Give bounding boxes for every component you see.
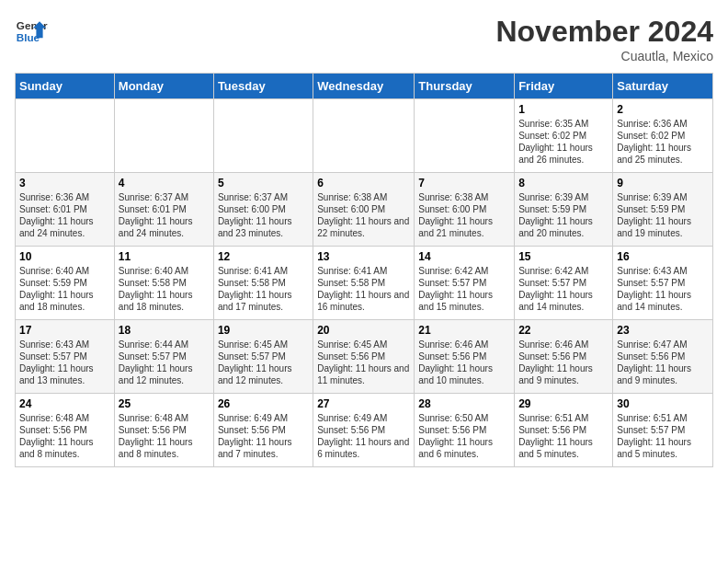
- calendar-subtitle: Cuautla, Mexico: [495, 49, 713, 63]
- weekday-header-row: Sunday Monday Tuesday Wednesday Thursday…: [16, 74, 713, 99]
- day-number: 22: [518, 324, 609, 337]
- table-cell: [16, 99, 115, 173]
- day-info: Sunrise: 6:39 AM Sunset: 5:59 PM Dayligh…: [518, 191, 609, 239]
- day-number: 8: [518, 177, 609, 190]
- day-number: 18: [119, 324, 210, 337]
- day-number: 7: [418, 177, 510, 190]
- table-cell: 13Sunrise: 6:41 AM Sunset: 5:58 PM Dayli…: [313, 247, 415, 320]
- table-cell: 9Sunrise: 6:39 AM Sunset: 5:59 PM Daylig…: [613, 173, 713, 247]
- week-row-2: 3Sunrise: 6:36 AM Sunset: 6:01 PM Daylig…: [16, 173, 713, 247]
- day-number: 11: [119, 250, 210, 263]
- day-number: 27: [317, 397, 410, 410]
- table-cell: 24Sunrise: 6:48 AM Sunset: 5:56 PM Dayli…: [16, 394, 115, 467]
- day-number: 15: [518, 250, 609, 263]
- day-info: Sunrise: 6:50 AM Sunset: 5:56 PM Dayligh…: [418, 412, 510, 460]
- day-number: 5: [218, 177, 309, 190]
- table-cell: 19Sunrise: 6:45 AM Sunset: 5:57 PM Dayli…: [213, 320, 313, 394]
- day-number: 17: [19, 324, 110, 337]
- table-cell: 10Sunrise: 6:40 AM Sunset: 5:59 PM Dayli…: [16, 247, 115, 320]
- calendar-title: November 2024: [495, 15, 713, 49]
- week-row-5: 24Sunrise: 6:48 AM Sunset: 5:56 PM Dayli…: [16, 394, 713, 467]
- day-info: Sunrise: 6:46 AM Sunset: 5:56 PM Dayligh…: [518, 339, 609, 386]
- day-info: Sunrise: 6:38 AM Sunset: 6:00 PM Dayligh…: [418, 191, 510, 239]
- table-cell: 17Sunrise: 6:43 AM Sunset: 5:57 PM Dayli…: [16, 320, 115, 394]
- page-header: General Blue November 2024 Cuautla, Mexi…: [15, 15, 713, 63]
- day-info: Sunrise: 6:45 AM Sunset: 5:56 PM Dayligh…: [317, 339, 410, 386]
- day-number: 3: [19, 177, 110, 190]
- table-cell: 6Sunrise: 6:38 AM Sunset: 6:00 PM Daylig…: [313, 173, 415, 247]
- day-info: Sunrise: 6:39 AM Sunset: 5:59 PM Dayligh…: [617, 191, 709, 239]
- day-info: Sunrise: 6:48 AM Sunset: 5:56 PM Dayligh…: [119, 412, 210, 460]
- week-row-3: 10Sunrise: 6:40 AM Sunset: 5:59 PM Dayli…: [16, 247, 713, 320]
- table-cell: 21Sunrise: 6:46 AM Sunset: 5:56 PM Dayli…: [415, 320, 515, 394]
- table-cell: 28Sunrise: 6:50 AM Sunset: 5:56 PM Dayli…: [415, 394, 515, 467]
- header-sunday: Sunday: [16, 74, 115, 99]
- table-cell: 3Sunrise: 6:36 AM Sunset: 6:01 PM Daylig…: [16, 173, 115, 247]
- table-cell: 29Sunrise: 6:51 AM Sunset: 5:56 PM Dayli…: [515, 394, 613, 467]
- day-number: 29: [518, 397, 609, 410]
- day-info: Sunrise: 6:42 AM Sunset: 5:57 PM Dayligh…: [418, 265, 510, 313]
- day-info: Sunrise: 6:49 AM Sunset: 5:56 PM Dayligh…: [218, 412, 309, 460]
- table-cell: [114, 99, 213, 173]
- table-cell: [313, 99, 415, 173]
- table-cell: [415, 99, 515, 173]
- logo: General Blue: [15, 15, 48, 48]
- day-info: Sunrise: 6:40 AM Sunset: 5:58 PM Dayligh…: [119, 265, 210, 313]
- day-info: Sunrise: 6:42 AM Sunset: 5:57 PM Dayligh…: [518, 265, 609, 313]
- table-cell: [213, 99, 313, 173]
- day-number: 4: [119, 177, 210, 190]
- title-area: November 2024 Cuautla, Mexico: [495, 15, 713, 63]
- day-number: 25: [119, 397, 210, 410]
- table-cell: 4Sunrise: 6:37 AM Sunset: 6:01 PM Daylig…: [114, 173, 213, 247]
- day-info: Sunrise: 6:43 AM Sunset: 5:57 PM Dayligh…: [617, 265, 709, 313]
- day-info: Sunrise: 6:38 AM Sunset: 6:00 PM Dayligh…: [317, 191, 410, 239]
- day-info: Sunrise: 6:44 AM Sunset: 5:57 PM Dayligh…: [119, 339, 210, 386]
- day-number: 21: [418, 324, 510, 337]
- day-number: 1: [518, 103, 609, 116]
- day-number: 16: [617, 250, 709, 263]
- calendar-table: Sunday Monday Tuesday Wednesday Thursday…: [15, 73, 713, 467]
- day-number: 20: [317, 324, 410, 337]
- header-wednesday: Wednesday: [313, 74, 415, 99]
- table-cell: 23Sunrise: 6:47 AM Sunset: 5:56 PM Dayli…: [613, 320, 713, 394]
- day-number: 9: [617, 177, 709, 190]
- header-saturday: Saturday: [613, 74, 713, 99]
- day-info: Sunrise: 6:45 AM Sunset: 5:57 PM Dayligh…: [218, 339, 309, 386]
- day-info: Sunrise: 6:43 AM Sunset: 5:57 PM Dayligh…: [19, 339, 110, 386]
- table-cell: 25Sunrise: 6:48 AM Sunset: 5:56 PM Dayli…: [114, 394, 213, 467]
- header-thursday: Thursday: [415, 74, 515, 99]
- day-number: 23: [617, 324, 709, 337]
- header-monday: Monday: [114, 74, 213, 99]
- logo-icon: General Blue: [15, 15, 48, 48]
- day-info: Sunrise: 6:40 AM Sunset: 5:59 PM Dayligh…: [19, 265, 110, 313]
- day-number: 24: [19, 397, 110, 410]
- day-info: Sunrise: 6:48 AM Sunset: 5:56 PM Dayligh…: [19, 412, 110, 460]
- table-cell: 18Sunrise: 6:44 AM Sunset: 5:57 PM Dayli…: [114, 320, 213, 394]
- table-cell: 2Sunrise: 6:36 AM Sunset: 6:02 PM Daylig…: [613, 99, 713, 173]
- day-info: Sunrise: 6:36 AM Sunset: 6:02 PM Dayligh…: [617, 118, 709, 166]
- day-number: 6: [317, 177, 410, 190]
- header-friday: Friday: [515, 74, 613, 99]
- day-info: Sunrise: 6:36 AM Sunset: 6:01 PM Dayligh…: [19, 191, 110, 239]
- header-tuesday: Tuesday: [213, 74, 313, 99]
- day-info: Sunrise: 6:35 AM Sunset: 6:02 PM Dayligh…: [518, 118, 609, 166]
- day-number: 14: [418, 250, 510, 263]
- week-row-1: 1Sunrise: 6:35 AM Sunset: 6:02 PM Daylig…: [16, 99, 713, 173]
- week-row-4: 17Sunrise: 6:43 AM Sunset: 5:57 PM Dayli…: [16, 320, 713, 394]
- table-cell: 11Sunrise: 6:40 AM Sunset: 5:58 PM Dayli…: [114, 247, 213, 320]
- day-info: Sunrise: 6:37 AM Sunset: 6:00 PM Dayligh…: [218, 191, 309, 239]
- day-number: 12: [218, 250, 309, 263]
- day-info: Sunrise: 6:51 AM Sunset: 5:56 PM Dayligh…: [518, 412, 609, 460]
- day-number: 2: [617, 103, 709, 116]
- day-info: Sunrise: 6:41 AM Sunset: 5:58 PM Dayligh…: [317, 265, 410, 313]
- table-cell: 15Sunrise: 6:42 AM Sunset: 5:57 PM Dayli…: [515, 247, 613, 320]
- table-cell: 20Sunrise: 6:45 AM Sunset: 5:56 PM Dayli…: [313, 320, 415, 394]
- day-number: 10: [19, 250, 110, 263]
- table-cell: 8Sunrise: 6:39 AM Sunset: 5:59 PM Daylig…: [515, 173, 613, 247]
- day-info: Sunrise: 6:41 AM Sunset: 5:58 PM Dayligh…: [218, 265, 309, 313]
- table-cell: 22Sunrise: 6:46 AM Sunset: 5:56 PM Dayli…: [515, 320, 613, 394]
- day-number: 28: [418, 397, 510, 410]
- table-cell: 7Sunrise: 6:38 AM Sunset: 6:00 PM Daylig…: [415, 173, 515, 247]
- day-info: Sunrise: 6:37 AM Sunset: 6:01 PM Dayligh…: [119, 191, 210, 239]
- day-info: Sunrise: 6:51 AM Sunset: 5:57 PM Dayligh…: [617, 412, 709, 460]
